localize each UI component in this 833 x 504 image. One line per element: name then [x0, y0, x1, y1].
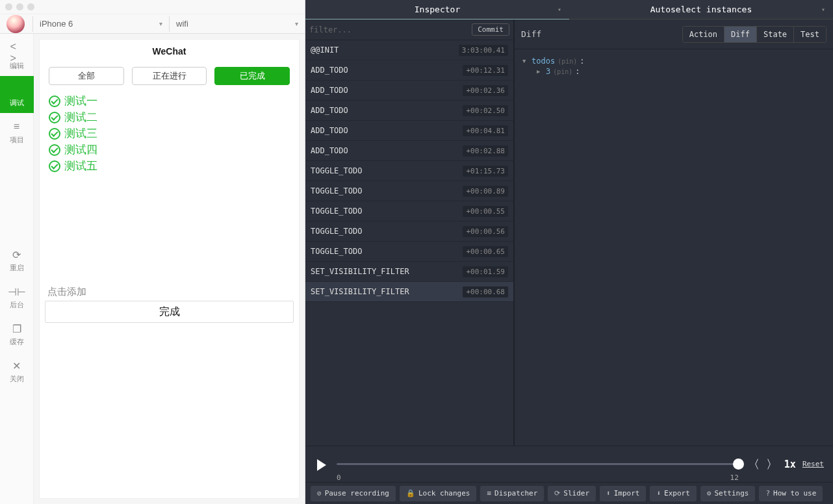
filter-doing[interactable]: 正在进行	[132, 67, 207, 85]
view-tab-test[interactable]: Test	[793, 27, 826, 42]
triangle-right-icon: ▶	[537, 68, 543, 75]
maximize-dot[interactable]	[27, 3, 34, 10]
window-titlebar	[0, 0, 305, 14]
sidebar-item-label: 缓存	[10, 337, 24, 347]
action-row[interactable]: TOGGLE_TODO+00:00.89	[305, 181, 513, 201]
todo-item[interactable]: 测试四	[49, 142, 290, 158]
done-button[interactable]: 完成	[45, 301, 294, 323]
action-row[interactable]: SET_VISIBILITY_FILTER+00:00.68	[305, 282, 513, 302]
action-type: @@INIT	[311, 45, 339, 55]
todo-item[interactable]: 测试五	[49, 158, 290, 174]
sidebar-item-debug[interactable]: 调试	[0, 76, 34, 113]
todo-item[interactable]: 测试二	[49, 109, 290, 125]
action-row[interactable]: SET_VISIBILITY_FILTER+00:01.59	[305, 262, 513, 282]
lock-button[interactable]: 🔒Lock changes	[400, 486, 476, 501]
action-type: TOGGLE_TODO	[311, 207, 362, 216]
tree-node-todos[interactable]: ▼ todos (pin):	[522, 56, 825, 66]
action-row[interactable]: ADD_TODO+00:02.88	[305, 141, 513, 161]
sidebar-item-edit[interactable]: < >编辑	[0, 39, 34, 76]
action-filter-input[interactable]	[309, 25, 468, 34]
action-row[interactable]: TOGGLE_TODO+01:15.73	[305, 161, 513, 181]
filter-all[interactable]: 全部	[49, 67, 124, 85]
add-placeholder-label[interactable]: 点击添加	[47, 286, 294, 298]
play-icon[interactable]	[314, 458, 327, 471]
avatar[interactable]	[6, 15, 25, 33]
check-icon	[49, 95, 60, 107]
filter-done[interactable]: 已完成	[214, 67, 290, 85]
action-row[interactable]: @@INIT3:03:00.41	[305, 40, 513, 60]
sidebar-item-background[interactable]: ⊣⊢后台	[0, 278, 34, 315]
sidebar-item-label: 编辑	[10, 61, 24, 71]
action-time: +00:02.36	[463, 85, 508, 96]
triangle-down-icon: ▼	[522, 58, 529, 64]
import-icon: ⬆	[606, 489, 611, 498]
sidebar-item-restart[interactable]: ⟳重启	[0, 241, 34, 278]
step-forward-icon[interactable]: 〉	[766, 457, 778, 472]
devtools-tab-autoselect[interactable]: Autoselect instances▾	[569, 0, 833, 19]
action-time: +00:00.65	[463, 246, 508, 257]
action-type: TOGGLE_TODO	[311, 186, 362, 195]
chevron-down-icon: ▾	[159, 20, 162, 27]
sidebar-item-cache[interactable]: ❐缓存	[0, 315, 34, 352]
playback-slider[interactable]: 0 12	[337, 463, 739, 465]
howto-button[interactable]: ?How to use	[759, 486, 823, 501]
view-tab-diff[interactable]: Diff	[724, 27, 756, 42]
action-row[interactable]: ADD_TODO+00:02.50	[305, 101, 513, 121]
slider-button[interactable]: ⟳Slider	[548, 486, 596, 501]
device-select-value: iPhone 6	[40, 19, 73, 29]
action-row[interactable]: TOGGLE_TODO+00:00.65	[305, 242, 513, 262]
minimize-dot[interactable]	[16, 3, 23, 10]
action-time: +00:04.81	[463, 125, 508, 136]
dispatcher-button[interactable]: ≡Dispatcher	[480, 486, 544, 501]
lock-icon: 🔒	[406, 489, 415, 498]
playback-speed[interactable]: 1x	[784, 459, 796, 470]
diff-tree[interactable]: ▼ todos (pin): ▶ 3 (pin):	[515, 49, 833, 83]
action-row[interactable]: ADD_TODO+00:04.81	[305, 121, 513, 141]
export-button[interactable]: ⬇Export	[650, 486, 696, 501]
settings-button[interactable]: ⚙Settings	[700, 486, 756, 501]
sidebar-item-close[interactable]: ✕关闭	[0, 352, 34, 389]
sidebar-item-project[interactable]: ≡项目	[0, 113, 34, 150]
action-list[interactable]: @@INIT3:03:00.41ADD_TODO+00:12.31ADD_TOD…	[305, 40, 513, 446]
view-tab-state[interactable]: State	[756, 27, 793, 42]
export-icon: ⬇	[656, 489, 661, 498]
chevron-down-icon: ▾	[557, 6, 561, 13]
todo-text: 测试一	[64, 94, 97, 108]
view-tab-action[interactable]: Action	[683, 27, 724, 42]
edit-icon: < >	[10, 47, 23, 58]
sidebar-item-label: 关闭	[10, 374, 24, 384]
action-type: TOGGLE_TODO	[311, 166, 362, 175]
devtools-tab-inspector[interactable]: Inspector▾	[305, 0, 569, 19]
todo-text: 测试四	[64, 142, 97, 157]
todo-list: 测试一测试二测试三测试四测试五	[40, 92, 299, 175]
devtools-tabs: Inspector▾Autoselect instances▾	[305, 0, 833, 19]
action-row[interactable]: TOGGLE_TODO+00:00.55	[305, 201, 513, 221]
action-row[interactable]: ADD_TODO+00:12.31	[305, 60, 513, 81]
todo-item[interactable]: 测试三	[49, 125, 290, 142]
slider-thumb[interactable]	[733, 459, 744, 470]
action-time: 3:03:00.41	[459, 45, 508, 56]
todo-item[interactable]: 测试一	[49, 93, 290, 109]
reset-button[interactable]: Reset	[802, 460, 824, 468]
pause-button[interactable]: ⊘Pause recording	[311, 486, 396, 501]
tree-node-child[interactable]: ▶ 3 (pin):	[522, 66, 825, 77]
close-icon: ✕	[10, 360, 23, 372]
restart-icon: ⟳	[10, 249, 23, 260]
close-dot[interactable]	[5, 3, 12, 10]
pause-icon: ⊘	[317, 489, 322, 498]
network-select-value: wifi	[176, 19, 188, 29]
settings-icon: ⚙	[707, 489, 711, 498]
action-type: SET_VISIBILITY_FILTER	[311, 267, 409, 276]
debug-icon	[10, 84, 23, 95]
todo-text: 测试五	[64, 158, 97, 173]
import-button[interactable]: ⬆Import	[600, 486, 646, 501]
sidebar-item-label: 项目	[10, 135, 24, 145]
action-time: +01:15.73	[463, 166, 508, 177]
network-select[interactable]: wifi ▾	[169, 16, 305, 32]
action-row[interactable]: ADD_TODO+00:02.36	[305, 81, 513, 101]
chevron-down-icon: ▾	[295, 20, 298, 27]
device-select[interactable]: iPhone 6 ▾	[32, 16, 169, 32]
commit-button[interactable]: Commit	[472, 23, 509, 36]
step-back-icon[interactable]: 〈	[748, 457, 760, 472]
action-row[interactable]: TOGGLE_TODO+00:00.56	[305, 221, 513, 242]
